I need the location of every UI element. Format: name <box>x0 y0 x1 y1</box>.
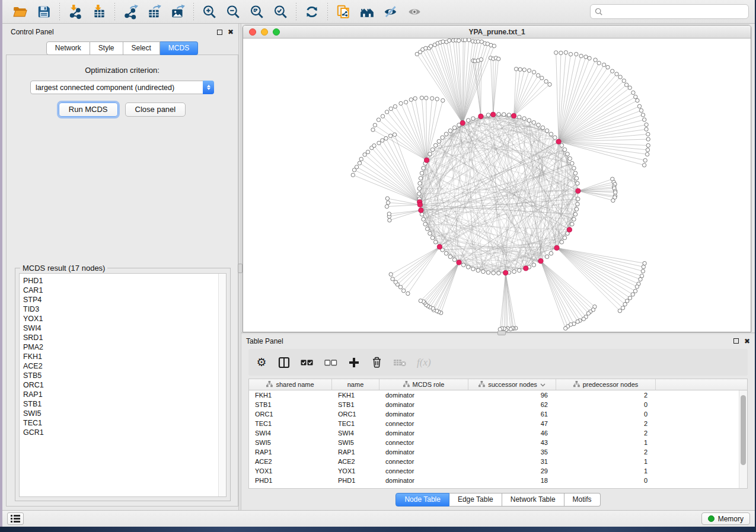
graph-node[interactable] <box>576 202 580 206</box>
graph-node[interactable] <box>385 110 388 114</box>
graph-node[interactable] <box>437 139 441 143</box>
graph-node[interactable] <box>512 270 516 274</box>
column-header-predecessor-nodes[interactable]: predecessor nodes <box>556 379 656 390</box>
cell-mcds-role[interactable]: connector <box>379 458 468 465</box>
cell-name[interactable]: STB1 <box>332 401 379 408</box>
select-all-icon[interactable] <box>301 359 314 366</box>
graph-mcds-node[interactable] <box>460 121 465 126</box>
graph-node[interactable] <box>545 129 549 133</box>
graph-node[interactable] <box>425 96 428 100</box>
graph-node[interactable] <box>536 73 540 77</box>
mcds-result-item[interactable]: FKH1 <box>23 352 218 361</box>
cell-shared-name[interactable]: ACE2 <box>249 458 332 465</box>
graph-node[interactable] <box>614 191 617 194</box>
graph-node[interactable] <box>381 139 384 142</box>
graph-node[interactable] <box>642 265 645 268</box>
graph-node[interactable] <box>389 273 393 276</box>
window-zoom-icon[interactable] <box>273 28 280 36</box>
graph-node[interactable] <box>497 271 501 275</box>
graph-node[interactable] <box>563 148 567 152</box>
graph-node[interactable] <box>420 96 423 100</box>
graph-node[interactable] <box>575 207 579 211</box>
graph-node[interactable] <box>522 117 527 121</box>
table-row[interactable]: FKH1FKH1dominator962 <box>249 390 747 400</box>
graph-node[interactable] <box>522 68 526 72</box>
graph-node[interactable] <box>639 277 642 281</box>
cell-name[interactable]: ACE2 <box>332 458 379 465</box>
graph-node[interactable] <box>548 82 551 86</box>
graph-node[interactable] <box>355 165 358 169</box>
close-panel-icon[interactable]: ✖ <box>744 338 750 345</box>
cell-shared-name[interactable]: FKH1 <box>249 392 332 399</box>
mcds-result-item[interactable]: PMA2 <box>23 342 218 352</box>
graph-node[interactable] <box>389 107 393 110</box>
export-table-icon[interactable] <box>142 2 166 21</box>
table-row[interactable]: ORC1ORC1dominator610 <box>249 409 747 419</box>
graph-node[interactable] <box>579 54 583 57</box>
cell-mcds-role[interactable]: dominator <box>379 448 468 456</box>
search-box[interactable] <box>590 4 749 19</box>
graph-node[interactable] <box>621 306 624 310</box>
zoom-out-icon[interactable] <box>221 2 245 21</box>
graph-node[interactable] <box>384 136 388 140</box>
graph-node[interactable] <box>363 153 366 156</box>
graph-mcds-node[interactable] <box>419 208 423 213</box>
graph-node[interactable] <box>628 86 631 89</box>
graph-node[interactable] <box>646 143 650 147</box>
graph-node[interactable] <box>566 152 570 156</box>
graph-node[interactable] <box>594 58 597 62</box>
graph-node[interactable] <box>576 197 580 201</box>
graph-node[interactable] <box>645 123 648 126</box>
splitter-grip[interactable] <box>497 331 506 335</box>
graph-node[interactable] <box>611 198 615 202</box>
cell-name[interactable]: ORC1 <box>332 411 379 418</box>
graph-node[interactable] <box>448 39 451 42</box>
graph-node[interactable] <box>517 268 521 273</box>
mcds-result-item[interactable]: STB5 <box>23 371 218 380</box>
cell-mcds-role[interactable]: connector <box>379 467 468 475</box>
mcds-result-item[interactable]: SRD1 <box>23 333 218 342</box>
unselect-all-icon[interactable] <box>324 359 337 366</box>
graph-node[interactable] <box>507 113 511 117</box>
graph-node[interactable] <box>554 51 558 55</box>
graph-node[interactable] <box>430 97 434 100</box>
close-panel-button[interactable]: Close panel <box>125 102 186 117</box>
window-close-icon[interactable] <box>249 28 256 36</box>
window-minimize-icon[interactable] <box>261 28 268 36</box>
tab-edge-table[interactable]: Edge Table <box>449 493 502 507</box>
graph-node[interactable] <box>586 312 590 315</box>
mcds-result-item[interactable]: YOX1 <box>23 314 218 323</box>
tab-mcds[interactable]: MCDS <box>160 41 198 55</box>
graph-node[interactable] <box>457 39 461 42</box>
cell-mcds-role[interactable]: connector <box>379 420 468 427</box>
export-image-icon[interactable] <box>166 2 190 21</box>
table-row[interactable]: PHD1PHD1dominator180 <box>249 476 747 485</box>
task-history-button[interactable] <box>7 512 24 525</box>
graph-node[interactable] <box>419 177 423 181</box>
graph-node[interactable] <box>471 267 476 271</box>
graph-node[interactable] <box>385 204 388 208</box>
cell-predecessor-nodes[interactable]: 1 <box>556 458 656 465</box>
destroy-table-icon[interactable] <box>393 358 406 367</box>
graph-node[interactable] <box>527 69 531 72</box>
float-panel-icon[interactable] <box>217 30 222 35</box>
graph-node[interactable] <box>422 217 426 222</box>
graph-node[interactable] <box>398 285 402 289</box>
graph-node[interactable] <box>634 95 637 98</box>
function-builder-icon[interactable]: f(x) <box>417 357 431 368</box>
graph-node[interactable] <box>388 134 392 137</box>
graph-node[interactable] <box>461 263 465 267</box>
graph-node[interactable] <box>549 132 553 136</box>
graph-mcds-node[interactable] <box>576 188 580 193</box>
cell-predecessor-nodes[interactable]: 2 <box>556 392 656 399</box>
open-file-icon[interactable] <box>8 2 32 21</box>
duplicate-network-icon[interactable] <box>331 2 355 21</box>
export-network-icon[interactable] <box>119 2 142 21</box>
graph-mcds-node[interactable] <box>457 260 461 265</box>
graph-node[interactable] <box>575 177 579 181</box>
graph-node[interactable] <box>441 40 445 43</box>
graph-node[interactable] <box>429 44 432 48</box>
cell-name[interactable]: FKH1 <box>332 392 379 399</box>
tab-network[interactable]: Network <box>46 41 90 55</box>
column-header-mcds-role[interactable]: MCDS role <box>379 379 468 390</box>
